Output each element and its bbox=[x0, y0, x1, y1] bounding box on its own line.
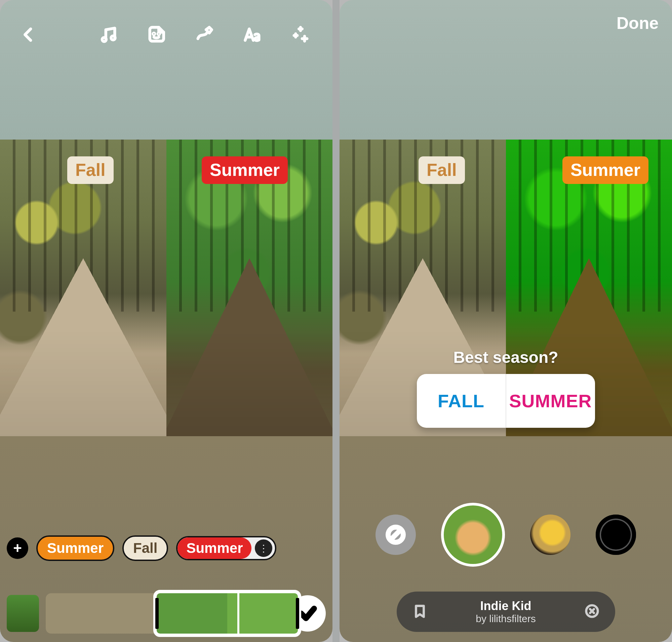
story-editor-pane: Fall Summer + Summer Fall Summer ⋮ bbox=[0, 0, 333, 642]
clip-thumbnail[interactable] bbox=[7, 595, 39, 632]
filter-picker-pane: Done Fall Summer Best season? FALL SUMME… bbox=[339, 0, 672, 642]
text-icon[interactable] bbox=[243, 25, 262, 46]
filter-name-pill: Indie Kid by lilithsfilters bbox=[397, 592, 615, 632]
poll-question: Best season? bbox=[417, 348, 595, 367]
svg-point-2 bbox=[153, 33, 155, 35]
poll-option-summer[interactable]: SUMMER bbox=[506, 374, 595, 428]
sticker-icon[interactable] bbox=[146, 25, 166, 46]
svg-point-0 bbox=[102, 37, 106, 41]
trim-playhead[interactable] bbox=[237, 591, 240, 635]
collage-right bbox=[166, 140, 333, 436]
label-summer-r[interactable]: Summer bbox=[563, 156, 648, 184]
editor-topbar bbox=[0, 15, 333, 55]
label-fall-r[interactable]: Fall bbox=[418, 156, 465, 184]
tag-more-icon[interactable]: ⋮ bbox=[255, 539, 272, 557]
collage-left bbox=[0, 140, 166, 436]
filter-title: Indie Kid bbox=[428, 599, 584, 613]
trimmer-bar bbox=[7, 592, 326, 635]
trim-handle-left[interactable] bbox=[155, 598, 159, 629]
tag-summer-red: Summer bbox=[178, 537, 251, 559]
filter-dark[interactable] bbox=[596, 515, 636, 555]
effects-icon[interactable] bbox=[291, 25, 310, 46]
poll-option-fall[interactable]: FALL bbox=[417, 374, 506, 428]
tag-fall-cream[interactable]: Fall bbox=[122, 535, 168, 561]
label-summer[interactable]: Summer bbox=[202, 156, 288, 184]
text-tag-strip: + Summer Fall Summer ⋮ bbox=[7, 531, 326, 565]
trim-handle-right[interactable] bbox=[296, 598, 299, 629]
poll-sticker[interactable]: Best season? FALL SUMMER bbox=[417, 348, 595, 428]
filter-none[interactable] bbox=[375, 515, 416, 555]
filter-selected[interactable] bbox=[441, 503, 505, 567]
svg-point-3 bbox=[158, 33, 160, 35]
close-filter-icon[interactable] bbox=[584, 603, 600, 620]
add-text-button[interactable]: + bbox=[7, 537, 28, 559]
poll-box: FALL SUMMER bbox=[417, 374, 595, 428]
done-button[interactable]: Done bbox=[617, 13, 659, 33]
tag-summer-orange[interactable]: Summer bbox=[36, 535, 114, 561]
collage[interactable]: Fall Summer bbox=[0, 140, 333, 436]
pane-divider bbox=[333, 0, 339, 642]
music-icon[interactable] bbox=[99, 25, 118, 46]
tag-summer-red-group[interactable]: Summer ⋮ bbox=[176, 536, 276, 560]
trim-selection[interactable] bbox=[157, 593, 298, 633]
back-button[interactable] bbox=[18, 25, 38, 46]
collage-r[interactable]: Fall Summer Best season? FALL SUMMER bbox=[339, 140, 672, 436]
save-filter-icon[interactable] bbox=[412, 603, 428, 620]
filter-author: by lilithsfilters bbox=[428, 613, 584, 625]
svg-point-1 bbox=[111, 36, 115, 40]
trim-track[interactable] bbox=[46, 593, 283, 633]
draw-icon[interactable] bbox=[195, 25, 214, 46]
toolbar bbox=[99, 25, 310, 46]
filter-sunflower[interactable] bbox=[530, 515, 570, 555]
label-fall[interactable]: Fall bbox=[67, 156, 114, 184]
filter-carousel[interactable] bbox=[339, 498, 672, 572]
